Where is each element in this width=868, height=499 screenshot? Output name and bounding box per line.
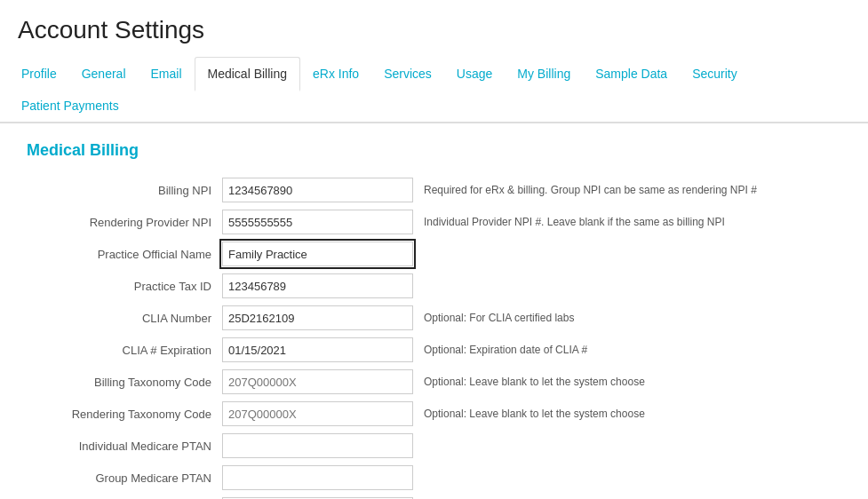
- field-label-2: Practice Official Name: [27, 248, 222, 261]
- field-label-4: CLIA Number: [27, 312, 222, 325]
- field-input-wrap-6: [222, 369, 413, 394]
- field-input-8[interactable]: [222, 433, 413, 458]
- field-input-0[interactable]: [222, 178, 413, 202]
- field-label-8: Individual Medicare PTAN: [27, 440, 222, 453]
- field-label-6: Billing Taxonomy Code: [27, 376, 222, 389]
- field-label-3: Practice Tax ID: [27, 280, 222, 293]
- form-row: Individual Medicare PTAN: [27, 433, 841, 458]
- tab-my-billing[interactable]: My Billing: [505, 57, 583, 90]
- form-row: Practice Official Name: [27, 242, 841, 266]
- field-hint-1: Individual Provider NPI #. Leave blank i…: [424, 216, 725, 228]
- field-input-4[interactable]: [222, 305, 413, 330]
- tab-medical-billing[interactable]: Medical Billing: [195, 57, 300, 91]
- tab-sample-data[interactable]: Sample Data: [583, 57, 680, 90]
- tab-usage[interactable]: Usage: [444, 57, 505, 90]
- field-hint-6: Optional: Leave blank to let the system …: [424, 376, 645, 388]
- field-input-6[interactable]: [222, 369, 413, 394]
- field-input-5[interactable]: [222, 337, 413, 362]
- tab-patient-payments[interactable]: Patient Payments: [9, 90, 131, 122]
- form-row: Billing Taxonomy CodeOptional: Leave bla…: [27, 369, 841, 394]
- tab-security[interactable]: Security: [680, 57, 750, 90]
- tab-bar: ProfileGeneralEmailMedical BillingeRx In…: [0, 57, 868, 123]
- field-label-9: Group Medicare PTAN: [27, 471, 222, 485]
- field-input-wrap-2: [222, 242, 413, 266]
- form-row: Rendering Taxonomy CodeOptional: Leave b…: [27, 401, 841, 426]
- form-row: Billing NPIRequired for eRx & billing. G…: [27, 178, 841, 202]
- field-input-2[interactable]: [222, 242, 413, 266]
- section-title: Medical Billing: [27, 141, 841, 160]
- field-input-wrap-3: [222, 273, 413, 298]
- field-input-wrap-1: [222, 210, 413, 234]
- tab-general[interactable]: General: [69, 57, 139, 90]
- form-row: Rendering Provider NPIIndividual Provide…: [27, 210, 841, 234]
- field-hint-0: Required for eRx & billing. Group NPI ca…: [424, 184, 757, 196]
- form-row: CLIA NumberOptional: For CLIA certified …: [27, 305, 841, 330]
- form-table: Billing NPIRequired for eRx & billing. G…: [27, 178, 841, 499]
- field-label-0: Billing NPI: [27, 184, 222, 197]
- tab-profile[interactable]: Profile: [9, 57, 69, 90]
- tab-erx-info[interactable]: eRx Info: [300, 57, 371, 90]
- form-row: Practice Tax ID: [27, 273, 841, 298]
- field-input-7[interactable]: [222, 401, 413, 426]
- tab-services[interactable]: Services: [371, 57, 444, 90]
- field-input-wrap-7: [222, 401, 413, 426]
- field-input-1[interactable]: [222, 210, 413, 234]
- field-label-5: CLIA # Expiration: [27, 344, 222, 357]
- field-input-9[interactable]: [222, 465, 413, 490]
- field-input-wrap-4: [222, 305, 413, 330]
- page-title: Account Settings: [0, 0, 868, 57]
- field-input-wrap-8: [222, 433, 413, 458]
- field-input-wrap-9: [222, 465, 413, 490]
- field-input-3[interactable]: [222, 273, 413, 298]
- field-input-wrap-5: [222, 337, 413, 362]
- field-hint-5: Optional: Expiration date of CLIA #: [424, 344, 587, 356]
- field-hint-7: Optional: Leave blank to let the system …: [424, 408, 645, 420]
- field-hint-4: Optional: For CLIA certified labs: [424, 312, 574, 324]
- form-row: Group Medicare PTAN: [27, 465, 841, 490]
- tab-email[interactable]: Email: [139, 57, 195, 90]
- field-input-wrap-0: [222, 178, 413, 202]
- field-label-7: Rendering Taxonomy Code: [27, 408, 222, 421]
- form-row: CLIA # ExpirationOptional: Expiration da…: [27, 337, 841, 362]
- field-label-1: Rendering Provider NPI: [27, 216, 222, 229]
